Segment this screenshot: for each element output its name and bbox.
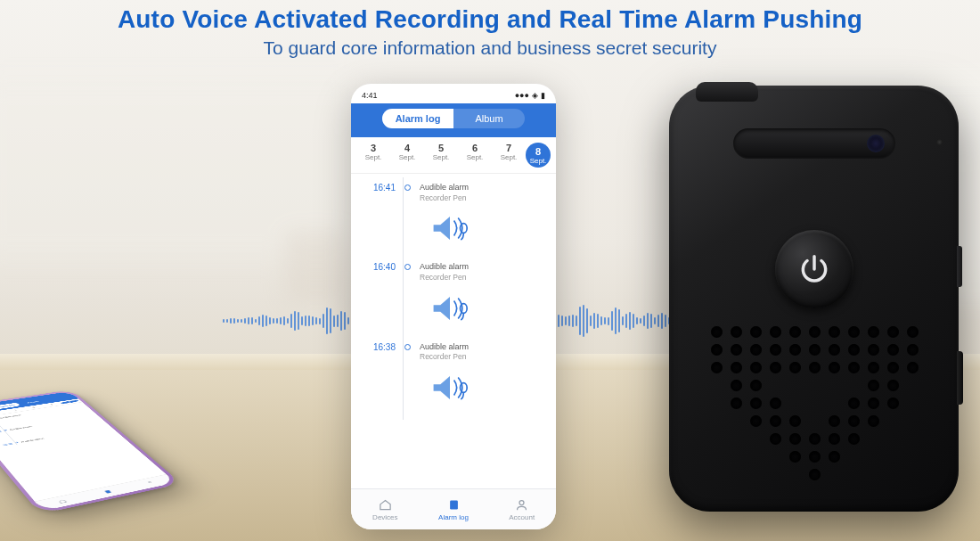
date-item[interactable]: 5Sept.: [424, 143, 458, 168]
date-item[interactable]: 4Sept.: [390, 143, 424, 168]
hero-title: Auto Voice Activated Recording and Real …: [0, 5, 980, 34]
log-text: Audible alarmRecorder Pen: [420, 262, 469, 283]
hero-text: Auto Voice Activated Recording and Real …: [0, 5, 980, 59]
date-item[interactable]: 3Sept.: [356, 143, 390, 168]
log-entry[interactable]: 16:38 Audible alarmRecorder Pen: [360, 337, 547, 368]
status-bar: 4:41 ●●●◈▮: [351, 87, 556, 103]
svg-rect-3: [450, 500, 458, 509]
horn-ear-icon: [429, 210, 470, 246]
device-pinhole: [936, 139, 943, 145]
nav-alarm-log[interactable]: Alarm log: [420, 489, 488, 529]
svg-point-2: [461, 383, 468, 393]
log-entry[interactable]: 16:41 Audible alarmRecorder Pen: [360, 177, 547, 209]
bottom-nav: Devices Alarm log Account: [351, 488, 556, 529]
log-time: 16:38: [360, 342, 396, 352]
timeline-dot: [404, 184, 411, 191]
nav-account[interactable]: Account: [487, 489, 556, 529]
timeline-dot: [404, 344, 411, 350]
speaker-grille: [703, 326, 926, 487]
log-text: Audible alarmRecorder Pen: [420, 342, 469, 363]
battery-icon: ▮: [541, 91, 545, 100]
alarm-log-list: 16:41 Audible alarmRecorder Pen 16:40 Au…: [351, 174, 556, 423]
device-port: [957, 351, 963, 405]
log-time: 16:40: [360, 262, 396, 272]
power-icon: [797, 252, 831, 286]
log-entry[interactable]: 16:40 Audible alarmRecorder Pen: [360, 257, 547, 288]
app-phone-screenshot: 4:41 ●●●◈▮ Alarm log Album 3Sept. 4Sept.…: [351, 84, 556, 529]
date-item-selected[interactable]: 8Sept.: [526, 143, 551, 168]
status-icons: ●●●◈▮: [512, 91, 545, 100]
nav-devices[interactable]: Devices: [351, 489, 420, 529]
hero-subtitle: To guard core information and business s…: [0, 37, 980, 59]
timeline-dot: [404, 264, 411, 270]
device-lens-window: [733, 128, 895, 159]
log-text: Audible alarmRecorder Pen: [420, 183, 469, 203]
status-time: 4:41: [362, 91, 378, 100]
tab-bar: Alarm log Album: [351, 103, 556, 137]
date-item[interactable]: 7Sept.: [492, 143, 526, 168]
wifi-icon: ◈: [532, 91, 538, 100]
horn-ear-icon: [429, 291, 470, 326]
power-button[interactable]: [775, 230, 853, 308]
log-time: 16:41: [360, 183, 396, 193]
tab-alarm-log[interactable]: Alarm log: [382, 109, 453, 128]
svg-point-0: [461, 224, 468, 234]
device-clip: [696, 82, 758, 102]
svg-rect-5: [104, 490, 110, 494]
horn-ear-icon: [429, 370, 470, 406]
svg-point-1: [461, 303, 468, 313]
date-item[interactable]: 6Sept.: [458, 143, 492, 168]
tab-album[interactable]: Album: [453, 109, 525, 128]
recorder-device: [669, 86, 959, 512]
device-side-button[interactable]: [957, 246, 962, 287]
svg-point-4: [519, 500, 524, 504]
svg-point-6: [148, 481, 151, 483]
date-selector: 3Sept. 4Sept. 5Sept. 6Sept. 7Sept. 8Sept…: [351, 137, 556, 174]
